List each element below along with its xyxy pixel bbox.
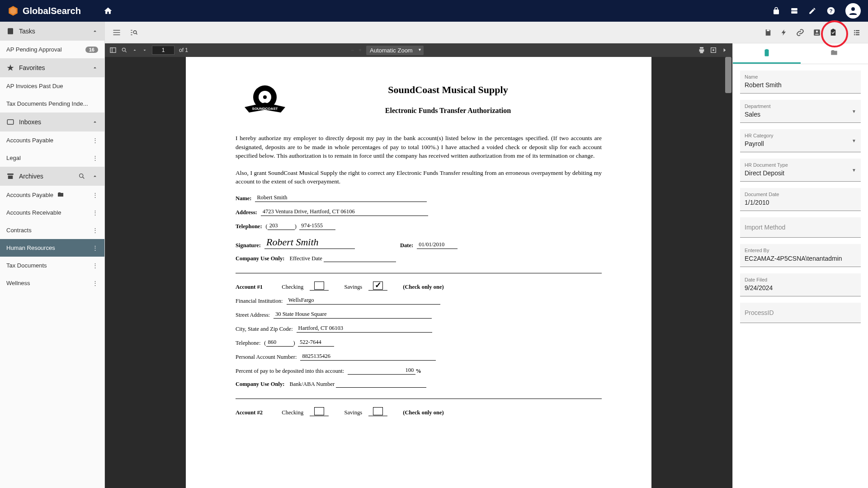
prop-label: Import Method	[745, 224, 856, 231]
sidebar-section-favorites[interactable]: Favorites	[0, 58, 104, 77]
menu-icon[interactable]	[112, 28, 121, 37]
user-avatar[interactable]	[845, 3, 861, 19]
home-icon[interactable]	[104, 6, 113, 15]
sidebar-item-archive-tax[interactable]: Tax Documents⋮	[0, 257, 104, 274]
prop-field-date-filed[interactable]: Date Filed9/24/2024	[740, 273, 861, 296]
sidebar-item-inbox-legal[interactable]: Legal⋮	[0, 149, 104, 167]
more-icon[interactable]: ⋮	[92, 244, 98, 251]
prop-field-hr-document-type[interactable]: HR Document TypeDirect Deposit▼	[740, 159, 861, 182]
svg-text:SOUNDCOAST: SOUNDCOAST	[252, 107, 278, 111]
page-total: of 1	[179, 47, 188, 53]
sidebar-section-inboxes[interactable]: Inboxes	[0, 113, 104, 131]
search-icon[interactable]	[121, 47, 127, 53]
section-label: Inboxes	[19, 118, 41, 126]
folder-icon	[57, 191, 64, 198]
prop-field-document-date[interactable]: Document Date1/1/2010	[740, 188, 861, 211]
header-actions: ?	[772, 3, 861, 19]
sidebar-item-archive-hr[interactable]: Human Resources⋮	[0, 239, 104, 257]
sidebar-toggle-icon[interactable]	[109, 47, 117, 54]
tab-files[interactable]	[801, 43, 868, 64]
more-tools-icon[interactable]	[722, 47, 728, 53]
lock-icon[interactable]	[772, 7, 780, 15]
more-icon[interactable]: ⋮	[92, 155, 98, 161]
item-label: Accounts Payable	[6, 192, 53, 198]
edit-square-icon[interactable]	[808, 7, 816, 15]
search-icon[interactable]	[78, 173, 85, 180]
zoom-out-icon[interactable]: −	[351, 47, 354, 53]
prop-field-entered-by[interactable]: Entered ByEC2AMAZ-4P5CSNA\tenantadmin	[740, 244, 861, 267]
document-viewer: of 1 − + Automatic Zoom SOUNDCO	[105, 43, 732, 488]
sidebar-item-inbox-ap[interactable]: Accounts Payable⋮	[0, 131, 104, 149]
prop-value: Robert Smith	[745, 81, 856, 89]
app-name: GlobalSearch	[23, 6, 81, 16]
more-icon[interactable]: ⋮	[92, 280, 98, 286]
svg-point-18	[263, 95, 267, 99]
svg-point-8	[133, 30, 137, 33]
user-card-icon[interactable]	[813, 28, 821, 37]
sidebar-item-archive-ar[interactable]: Accounts Receivable⋮	[0, 204, 104, 221]
item-label: Accounts Receivable	[6, 209, 61, 216]
properties-panel: NameRobert SmithDepartmentSales▼HR Categ…	[732, 43, 868, 488]
prop-label: HR Category	[745, 133, 856, 138]
chevron-up-icon	[92, 173, 98, 179]
item-label: Contracts	[6, 227, 32, 234]
prop-field-processid[interactable]: ProcessID	[740, 303, 861, 323]
sidebar-item-archive-contracts[interactable]: Contracts⋮	[0, 221, 104, 239]
prop-field-name[interactable]: NameRobert Smith	[740, 70, 861, 94]
link-icon[interactable]	[796, 28, 805, 37]
inspect-icon[interactable]	[129, 28, 138, 37]
app-header: GlobalSearch ?	[0, 0, 868, 22]
item-label: Wellness	[6, 280, 30, 286]
chevron-down-icon: ▼	[852, 168, 856, 173]
sidebar-item-fav-tax[interactable]: Tax Documents Pending Inde...	[0, 95, 104, 113]
sidebar-item-archive-wellness[interactable]: Wellness⋮	[0, 274, 104, 292]
app-logo[interactable]: GlobalSearch	[7, 5, 81, 17]
sidebar-item-fav-invoices[interactable]: AP Invoices Past Due	[0, 77, 104, 95]
more-icon[interactable]: ⋮	[92, 227, 98, 234]
tab-metadata[interactable]	[733, 43, 801, 64]
zoom-in-icon[interactable]: +	[359, 47, 362, 53]
item-label: Human Resources	[6, 244, 55, 251]
item-label: Tax Documents	[6, 262, 47, 269]
save-icon[interactable]	[764, 28, 772, 37]
clipboard-check-icon[interactable]	[829, 28, 837, 37]
doc-para-2: Also, I grant SoundCoast Musical Supply …	[236, 169, 602, 186]
next-page-icon[interactable]	[142, 47, 147, 53]
document-scroll[interactable]: SOUNDCOAST SoundCoast Musical Supply Ele…	[105, 57, 732, 488]
page-number-input[interactable]	[152, 46, 175, 55]
sidebar-section-archives[interactable]: Archives	[0, 167, 104, 186]
prop-value: EC2AMAZ-4P5CSNA\tenantadmin	[745, 255, 856, 263]
prop-label: ProcessID	[745, 309, 856, 316]
main-area: of 1 − + Automatic Zoom SOUNDCO	[105, 22, 868, 488]
sidebar-section-tasks[interactable]: Tasks	[0, 22, 104, 41]
zoom-select[interactable]: Automatic Zoom	[366, 46, 424, 55]
sidebar-item-ap-pending[interactable]: AP Pending Approval 16	[0, 41, 104, 58]
svg-rect-5	[8, 28, 13, 34]
star-icon	[6, 64, 14, 72]
tasks-icon	[6, 27, 14, 35]
chevron-up-icon	[92, 65, 98, 71]
download-icon[interactable]	[710, 47, 717, 54]
prop-value: Sales	[745, 111, 856, 119]
print-icon[interactable]	[698, 47, 705, 54]
scrollbar-handle[interactable]	[725, 57, 731, 93]
section-label: Tasks	[19, 28, 35, 35]
prop-field-hr-category[interactable]: HR CategoryPayroll▼	[740, 129, 861, 152]
prop-field-department[interactable]: DepartmentSales▼	[740, 100, 861, 123]
item-label: AP Pending Approval	[6, 46, 62, 53]
more-icon[interactable]: ⋮	[92, 192, 98, 198]
doc-para-1: I hereby authorize my employer to direct…	[236, 134, 602, 160]
prop-label: Name	[745, 74, 856, 80]
list-icon[interactable]	[853, 28, 861, 37]
more-icon[interactable]: ⋮	[92, 262, 98, 269]
server-icon[interactable]	[790, 7, 798, 15]
more-icon[interactable]: ⋮	[92, 209, 98, 216]
help-icon[interactable]: ?	[826, 6, 835, 15]
more-icon[interactable]: ⋮	[92, 137, 98, 144]
sidebar-item-archive-ap[interactable]: Accounts Payable⋮	[0, 186, 104, 204]
logo-icon	[7, 5, 19, 17]
prop-field-import-method[interactable]: Import Method	[740, 217, 861, 238]
prev-page-icon[interactable]	[132, 47, 137, 53]
prop-value: Direct Deposit	[745, 169, 856, 178]
bolt-icon[interactable]	[780, 28, 788, 37]
